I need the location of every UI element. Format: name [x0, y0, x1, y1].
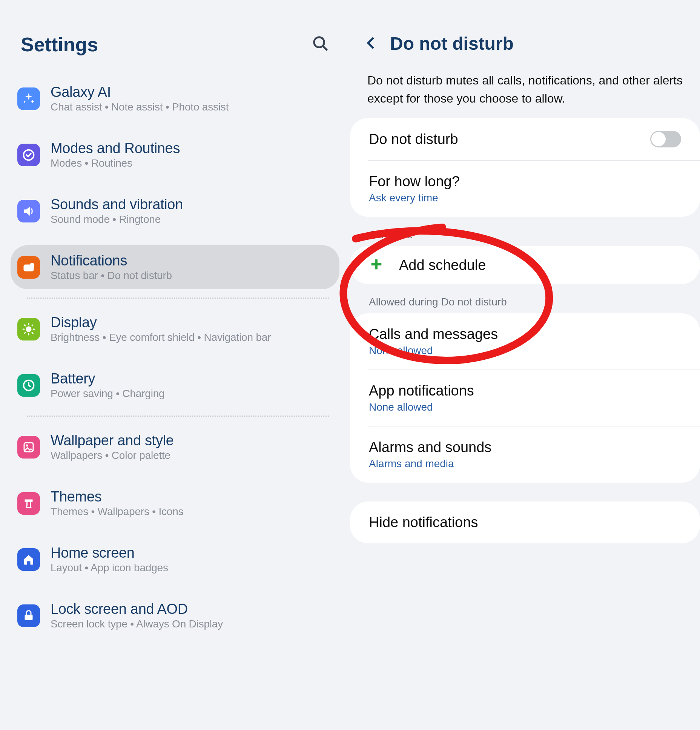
sidebar-item-sub: Power saving • Charging — [51, 388, 164, 400]
sidebar-item-label: Themes — [51, 489, 183, 505]
row-calls-messages[interactable]: Calls and messages None allowed — [350, 313, 700, 370]
sidebar-item-sub: Layout • App icon badges — [51, 562, 168, 574]
svg-point-5 — [26, 326, 32, 332]
card-dnd: Do not disturb For how long? Ask every t… — [350, 118, 700, 217]
row-hide-notifications[interactable]: Hide notifications — [350, 501, 700, 543]
sidebar-item-sounds[interactable]: Sounds and vibration Sound mode • Ringto… — [0, 189, 350, 233]
sidebar-item-label: Galaxy AI — [51, 84, 229, 100]
svg-point-16 — [26, 444, 28, 446]
speaker-icon — [17, 200, 40, 222]
card-allowed: Calls and messages None allowed App noti… — [350, 313, 700, 483]
row-title: Do not disturb — [369, 131, 650, 147]
detail-panel: Do not disturb Do not disturb mutes all … — [350, 0, 700, 638]
settings-panel: Settings Galaxy AI Chat assist • Note as… — [0, 0, 350, 638]
sidebar-item-sub: Modes • Routines — [51, 157, 180, 169]
sidebar-item-battery[interactable]: Battery Power saving • Charging — [0, 363, 350, 407]
svg-rect-17 — [25, 615, 33, 620]
card-schedule: Add schedule — [350, 246, 700, 284]
row-title: Calls and messages — [369, 326, 681, 342]
app-root: Settings Galaxy AI Chat assist • Note as… — [0, 0, 700, 638]
sidebar-item-notifications[interactable]: Notifications Status bar • Do not distur… — [11, 245, 339, 289]
sidebar-item-sub: Wallpapers • Color palette — [51, 449, 174, 462]
detail-title: Do not disturb — [390, 33, 514, 54]
sidebar-item-sub: Sound mode • Ringtone — [51, 213, 183, 225]
row-title: Hide notifications — [369, 514, 681, 531]
section-schedule-label: Schedule — [350, 217, 700, 246]
row-sub: Ask every time — [369, 192, 681, 204]
sidebar-item-label: Lock screen and AOD — [51, 601, 223, 617]
sparkle-icon — [17, 87, 40, 110]
sidebar-item-lockscreen[interactable]: Lock screen and AOD Screen lock type • A… — [0, 594, 350, 638]
sidebar-item-display[interactable]: Display Brightness • Eye comfort shield … — [0, 307, 350, 351]
row-dnd-toggle[interactable]: Do not disturb — [350, 118, 700, 160]
sidebar-item-themes[interactable]: Themes Themes • Wallpapers • Icons — [0, 481, 350, 525]
row-title: App notifications — [369, 383, 681, 399]
row-sub: Alarms and media — [369, 458, 681, 470]
row-sub: None allowed — [369, 345, 681, 357]
svg-point-4 — [30, 263, 34, 267]
svg-line-11 — [32, 333, 33, 333]
add-schedule-label: Add schedule — [399, 257, 486, 273]
lock-icon — [17, 604, 40, 627]
detail-header: Do not disturb — [350, 15, 700, 65]
row-title: For how long? — [369, 173, 681, 190]
dnd-toggle[interactable] — [650, 131, 681, 147]
sidebar-item-sub: Screen lock type • Always On Display — [51, 618, 223, 630]
sidebar-item-wallpaper[interactable]: Wallpaper and style Wallpapers • Color p… — [0, 425, 350, 469]
svg-line-13 — [32, 325, 33, 325]
sidebar-item-sub: Brightness • Eye comfort shield • Naviga… — [51, 331, 271, 344]
modes-icon — [17, 144, 40, 166]
sidebar-item-label: Battery — [51, 371, 164, 387]
brightness-icon — [17, 318, 40, 340]
sidebar-item-label: Display — [51, 314, 271, 331]
svg-line-12 — [25, 333, 25, 333]
sidebar-item-label: Notifications — [51, 253, 172, 269]
svg-line-1 — [323, 46, 327, 51]
row-add-schedule[interactable]: Add schedule — [350, 246, 700, 284]
row-title: Alarms and sounds — [369, 439, 681, 455]
row-app-notifications[interactable]: App notifications None allowed — [368, 370, 700, 426]
sidebar-item-modes-routines[interactable]: Modes and Routines Modes • Routines — [0, 133, 350, 177]
sidebar-item-label: Home screen — [51, 545, 168, 561]
settings-title: Settings — [21, 33, 98, 56]
search-icon[interactable] — [312, 35, 329, 54]
row-sub: None allowed — [369, 401, 681, 413]
svg-point-0 — [314, 37, 324, 48]
sidebar-item-sub: Chat assist • Note assist • Photo assist — [51, 101, 229, 113]
sidebar-item-home[interactable]: Home screen Layout • App icon badges — [0, 537, 350, 581]
settings-header: Settings — [0, 15, 350, 77]
sidebar-item-label: Wallpaper and style — [51, 432, 174, 449]
sidebar-item-sub: Status bar • Do not disturb — [51, 270, 172, 282]
card-hide-notifications: Hide notifications — [350, 501, 700, 543]
image-icon — [17, 436, 40, 459]
brush-icon — [17, 492, 40, 515]
sidebar-item-sub: Themes • Wallpapers • Icons — [51, 506, 183, 518]
row-how-long[interactable]: For how long? Ask every time — [368, 160, 700, 217]
section-allowed-label: Allowed during Do not disturb — [350, 284, 700, 313]
home-icon — [17, 548, 40, 571]
plus-icon — [369, 257, 384, 273]
svg-line-10 — [25, 325, 25, 325]
notifications-icon — [17, 256, 40, 279]
divider — [27, 298, 329, 299]
battery-icon — [17, 374, 40, 397]
detail-description: Do not disturb mutes all calls, notifica… — [350, 65, 700, 118]
sidebar-item-label: Sounds and vibration — [51, 196, 183, 213]
divider — [27, 416, 329, 417]
sidebar-item-label: Modes and Routines — [51, 140, 180, 156]
sidebar-item-galaxy-ai[interactable]: Galaxy AI Chat assist • Note assist • Ph… — [0, 77, 350, 121]
row-alarms-sounds[interactable]: Alarms and sounds Alarms and media — [368, 426, 700, 483]
back-icon[interactable] — [364, 35, 379, 52]
